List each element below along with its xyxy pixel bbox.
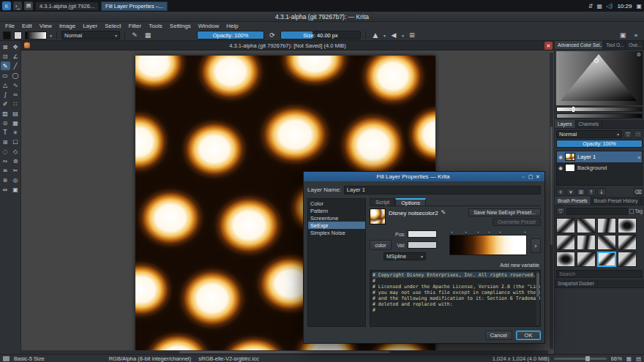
edit-preset-icon[interactable]: ✎	[441, 208, 446, 216]
tool-dynamic-brush[interactable]: ✐	[1, 99, 10, 108]
tool-line[interactable]: ╱	[11, 61, 20, 70]
duplicate-layer-icon[interactable]: ⊞	[577, 188, 585, 196]
tool-select-similar[interactable]: ≅	[1, 166, 10, 175]
scrollbar-thumb[interactable]	[179, 351, 390, 353]
taskbar-window-fill-layer[interactable]: Fill Layer Properties –...	[101, 1, 168, 11]
window-titlebar[interactable]: 4.3.1-alpha (git 79267b7): — Krita	[0, 12, 644, 22]
mirror-vertical-icon[interactable]: ◀	[389, 31, 399, 39]
tab-options[interactable]: Options	[395, 198, 426, 205]
tag-checkbox[interactable]	[629, 209, 634, 214]
tool-pattern-edit[interactable]: ▦	[11, 118, 20, 127]
color-button[interactable]: color	[370, 240, 392, 250]
tab-channels[interactable]: Channels	[576, 120, 602, 128]
size-slider[interactable]: Size: 40.00 px	[280, 31, 361, 39]
gradient-chooser[interactable]	[25, 31, 47, 39]
color-selector-triangle[interactable]	[561, 54, 637, 101]
layer-filter-icon[interactable]: ▽	[624, 130, 632, 138]
canvas-vertical-scrollbar[interactable]	[550, 53, 553, 349]
menu-help[interactable]: Help	[222, 23, 242, 29]
generator-option-simplex-noise[interactable]: Simplex Noise	[308, 229, 365, 236]
pos-input[interactable]	[408, 230, 437, 238]
zoom-level[interactable]: 66%	[611, 355, 622, 362]
generator-option-color[interactable]: Color	[308, 200, 365, 207]
layer-options-icon[interactable]: ∷	[634, 130, 643, 138]
menu-select[interactable]: Select	[101, 23, 124, 29]
brush-preset-item[interactable]	[577, 252, 596, 267]
mirror-horizontal-icon[interactable]: ▲	[370, 31, 381, 39]
zoom-slider[interactable]	[554, 358, 607, 360]
menu-file[interactable]: File	[1, 23, 18, 29]
subwindow-close-icon[interactable]: ✕	[544, 42, 553, 50]
shade-selector-bar-2[interactable]	[556, 113, 643, 118]
tool-select-bezier[interactable]: ✂	[11, 166, 20, 175]
brush-preset-item[interactable]	[618, 252, 637, 267]
edit-brush-settings-icon[interactable]: ✎	[130, 31, 140, 39]
volume-icon[interactable]: ◁)	[606, 3, 613, 10]
tab-snapshot-docker[interactable]: Snapshot Docker	[555, 279, 598, 287]
tab-layers[interactable]: Layers	[555, 120, 576, 128]
gradient-ramp[interactable]	[449, 235, 527, 255]
files-icon[interactable]: ▤	[24, 1, 33, 10]
selection-display-icon[interactable]: ▦	[626, 355, 632, 362]
save-new-preset-button[interactable]: Save New SeExpr Preset...	[468, 208, 541, 216]
generator-option-pattern[interactable]: Pattern	[308, 207, 365, 214]
tool-move[interactable]: ✥	[11, 42, 20, 51]
tool-measure[interactable]: ∠	[11, 52, 20, 61]
tool-zoom[interactable]: ◎	[11, 176, 20, 184]
tool-pan[interactable]: ⇔	[1, 185, 10, 194]
scrollbar-thumb[interactable]	[550, 127, 553, 245]
blending-mode-combo[interactable]: Normal ▾	[61, 31, 120, 39]
tool-select-elliptical[interactable]: ◌	[1, 147, 10, 156]
delete-layer-icon[interactable]: ⌫	[634, 188, 643, 196]
brush-preset-item[interactable]	[577, 218, 596, 233]
script-scrollbar[interactable]	[536, 271, 539, 325]
scrollbar-thumb[interactable]	[536, 273, 539, 297]
visibility-eye-icon[interactable]: ◉	[558, 154, 563, 160]
script-editor[interactable]: # Copyright Disney Enterprises, Inc. All…	[370, 270, 541, 327]
wrap-around-icon[interactable]: ⊞	[407, 31, 417, 39]
tool-select-freehand[interactable]: ∾	[1, 157, 10, 165]
layer-opacity-slider[interactable]: Opacity: 100%	[556, 140, 643, 148]
app-launcher-icon[interactable]: K	[2, 1, 11, 10]
tool-transform[interactable]: ⊠	[1, 42, 10, 51]
statusbar-colorspace[interactable]: RGB/Alpha (8-bit integer/channel)	[109, 355, 192, 362]
layer-row-background[interactable]: ◉ Background	[557, 162, 642, 173]
tool-select-magnetic[interactable]: ≋	[1, 176, 10, 184]
mirror-h-caret-icon[interactable]: ▾	[383, 33, 386, 38]
layer-blending-combo[interactable]: Normal ▾	[556, 130, 622, 138]
menu-settings[interactable]: Settings	[166, 23, 195, 29]
tool-fill[interactable]: ▨	[1, 109, 10, 118]
shade-selector-bar-1[interactable]	[556, 107, 643, 112]
taskbar-window-krita[interactable]: 4.3.1-alpha (git 7926...	[35, 1, 99, 11]
ok-button[interactable]: OK	[516, 331, 541, 340]
dialog-titlebar[interactable]: Fill Layer Properties — Krita – ▢ ✕	[304, 172, 544, 181]
menu-edit[interactable]: Edit	[18, 23, 36, 29]
layer-name-input[interactable]	[344, 186, 541, 195]
interpolation-combo[interactable]: MSpline ▾	[383, 252, 426, 260]
terminal-icon[interactable]: ›_	[13, 1, 22, 10]
tool-assistants[interactable]: ✳	[11, 128, 20, 137]
tool-gradient[interactable]: ▤	[11, 109, 20, 118]
menu-image[interactable]: Image	[56, 23, 79, 29]
search-input[interactable]	[556, 270, 643, 278]
preset-filter-icon[interactable]: ▽	[556, 207, 565, 215]
tool-bezier-curve[interactable]: ∫	[1, 90, 10, 99]
brush-preset-item[interactable]	[618, 235, 637, 250]
tool-multibrush[interactable]: ∷	[11, 99, 20, 108]
move-layer-down-icon[interactable]: ↓	[597, 188, 606, 196]
menu-filter[interactable]: Filter	[124, 23, 145, 29]
brush-presets-icon[interactable]: ▦	[143, 31, 153, 39]
tool-polygon[interactable]: △	[1, 80, 10, 89]
tool-smart-patch[interactable]: ⊞	[1, 137, 10, 146]
generator-option-screentone[interactable]: Screentone	[308, 214, 365, 222]
document-subwindow-bar[interactable]: 4.3.1-alpha (git 79267b7): [Not Saved] (…	[21, 41, 554, 50]
generator-option-seexpr[interactable]: SeExpr	[308, 222, 365, 229]
tray-grid-icon[interactable]: ▦	[597, 3, 603, 10]
maximize-icon[interactable]: ▢	[527, 174, 534, 180]
tool-ellipse[interactable]: ◯	[11, 71, 20, 80]
next-stop-arrow-icon[interactable]: ›	[531, 238, 541, 253]
tool-select-polygonal[interactable]: ◇	[11, 147, 20, 156]
brush-preset-item[interactable]	[597, 235, 616, 250]
menu-view[interactable]: View	[36, 23, 56, 29]
brush-preview-icon[interactable]	[3, 356, 10, 361]
